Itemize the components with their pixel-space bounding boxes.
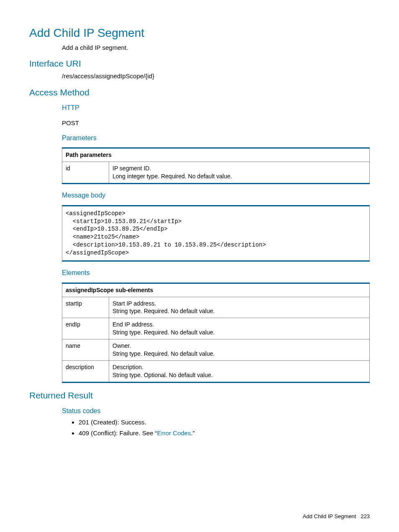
interface-uri-heading: Interface URI: [29, 58, 370, 69]
status-suffix: .”: [191, 429, 194, 437]
list-item: 201 (Created): Success.: [79, 418, 370, 427]
status-prefix: 409 (Conflict): Failure. See “: [79, 429, 157, 437]
elements-header: assignedIpScope sub-elements: [62, 283, 370, 297]
status-list: 201 (Created): Success. 409 (Conflict): …: [62, 418, 370, 438]
parameters-heading: Parameters: [62, 134, 370, 143]
status-codes-heading: Status codes: [62, 406, 370, 416]
page-title: Add Child IP Segment: [29, 25, 370, 41]
access-method-heading: Access Method: [29, 87, 370, 98]
message-body-code: <assignedIpScope> <startIp>10.153.89.21<…: [62, 205, 370, 262]
element-desc: End IP address. String type. Required. N…: [109, 318, 370, 339]
element-desc: Start IP address. String type. Required.…: [109, 297, 370, 318]
page-footer: Add Child IP Segment 223: [29, 513, 370, 520]
table-row: description Description. String type. Op…: [62, 360, 370, 382]
param-desc-line2: Long integer type. Required. No default …: [113, 172, 366, 180]
message-body-heading: Message body: [62, 191, 370, 200]
http-value: POST: [62, 119, 370, 127]
element-name: startIp: [62, 297, 109, 318]
footer-label: Add Child IP Segment: [303, 513, 356, 519]
table-header-row: assignedIpScope sub-elements: [62, 283, 370, 297]
element-desc-line2: String type. Required. No default value.: [113, 307, 366, 315]
element-name: endIp: [62, 318, 109, 339]
element-desc-line1: End IP address.: [113, 321, 366, 329]
list-item: 409 (Conflict): Failure. See “Error Code…: [79, 429, 370, 437]
element-desc-line2: String type. Required. No default value.: [113, 350, 366, 358]
path-parameters-table: Path parameters id IP segment ID. Long i…: [62, 147, 370, 184]
element-desc: Description. String type. Optional. No d…: [109, 360, 370, 382]
elements-heading: Elements: [62, 268, 370, 278]
http-heading: HTTP: [62, 103, 370, 113]
path-params-header: Path parameters: [62, 148, 370, 162]
element-desc-line1: Description.: [113, 363, 366, 371]
param-name: id: [62, 162, 109, 184]
element-desc-line1: Owner.: [113, 342, 366, 350]
interface-uri-value: /res/access/assignedIpScope/{id}: [62, 72, 370, 80]
element-desc-line2: String type. Optional. No default value.: [113, 371, 366, 379]
table-row: id IP segment ID. Long integer type. Req…: [62, 162, 370, 184]
table-header-row: Path parameters: [62, 148, 370, 162]
table-row: startIp Start IP address. String type. R…: [62, 297, 370, 318]
elements-table: assignedIpScope sub-elements startIp Sta…: [62, 283, 370, 383]
page-subtitle: Add a child IP segment.: [62, 44, 370, 52]
element-name: description: [62, 360, 109, 382]
table-row: endIp End IP address. String type. Requi…: [62, 318, 370, 339]
param-desc-line1: IP segment ID.: [113, 164, 366, 172]
element-name: name: [62, 339, 109, 361]
element-desc-line2: String type. Required. No default value.: [113, 329, 366, 337]
table-row: name Owner. String type. Required. No de…: [62, 339, 370, 361]
element-desc-line1: Start IP address.: [113, 300, 366, 308]
param-desc: IP segment ID. Long integer type. Requir…: [109, 162, 370, 184]
element-desc: Owner. String type. Required. No default…: [109, 339, 370, 361]
footer-page: 223: [361, 513, 370, 519]
error-codes-link[interactable]: Error Codes: [157, 429, 191, 437]
returned-result-heading: Returned Result: [29, 390, 370, 401]
